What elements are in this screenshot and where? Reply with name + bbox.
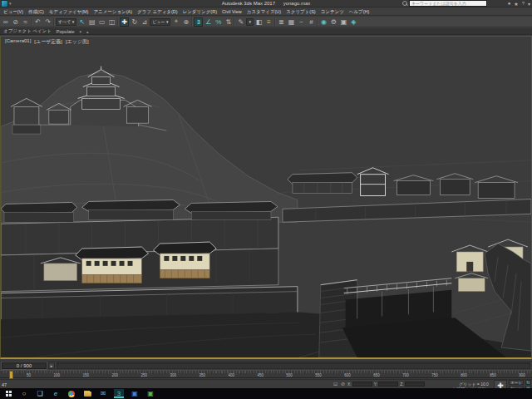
select-and-link-icon[interactable]: ∞ [1,17,10,27]
windows-taskbar: ○ ❏ e ✉ 3 ▣ ▣ [0,388,532,399]
schematic-view-icon[interactable]: # [307,17,316,27]
menu-item[interactable]: コンテンツ [318,9,347,15]
sign-in-icon[interactable]: ● [508,1,511,7]
ribbon-collapse-icon[interactable]: ▴ [86,29,89,34]
bind-to-space-warp-icon[interactable]: ≈ [21,17,30,27]
green-app-icon[interactable]: ▣ [145,389,155,398]
render-production-icon[interactable]: ◈ [349,17,358,27]
toolbar-separator[interactable] [117,17,119,27]
ribbon-tab-object-paint[interactable]: オブジェクト ペイント [3,28,52,34]
photos-icon[interactable]: ▣ [130,389,140,398]
auto-key-button[interactable]: オート [509,380,524,385]
toolbar-separator[interactable] [317,17,318,27]
chrome-icon[interactable] [66,389,76,398]
trackbar-labels: 5010015020025030035040045050055060065070… [28,373,527,377]
3dsmax-taskbar-icon[interactable]: 3 [114,389,124,398]
open-file-name: yonago.max [283,1,311,6]
toolbar-separator[interactable] [31,17,32,27]
select-and-move-icon[interactable]: ✚ [120,17,129,27]
start-button[interactable] [3,389,13,398]
viewport-shading-label[interactable]: [エッジ面] [66,38,89,46]
menu-item[interactable]: カスタマイズ(U) [244,9,283,15]
orbit-icon[interactable]: ↻ [525,380,531,385]
reference-coordinate-dropdown[interactable]: ビュー ▾ [150,18,170,26]
curve-editor-icon[interactable]: ~ [297,17,306,27]
x-field[interactable] [352,382,372,387]
cortana-icon[interactable]: ○ [19,389,29,398]
frame-tick-label: 200 [111,373,118,377]
select-and-manipulate-icon[interactable]: ⊕ [181,17,190,27]
search-icon[interactable] [402,1,407,6]
ridge-long-house [288,173,357,194]
viewport-3d-scene[interactable] [1,37,531,357]
layer-manager-icon[interactable]: ≣ [277,17,286,27]
frame-tick-label: 450 [257,373,264,377]
named-selection-dropdown[interactable]: ▾ [246,18,254,26]
snaps-toggle-icon[interactable]: 3 [194,17,203,27]
select-by-name-icon[interactable]: ▤ [87,17,96,27]
percent-snap-icon[interactable]: % [214,17,223,27]
ribbon-tab-populate[interactable]: Populate [57,29,75,34]
isolate-selection-icon[interactable]: ⊡ [332,381,338,387]
menu-item[interactable]: グラフ エディタ(D) [135,9,180,15]
camera-viewport[interactable]: [Camera01] [ユーザ定義] [エッジ面] [0,36,532,359]
render-setup-icon[interactable]: ⚙ [329,17,338,27]
viewport-style-label[interactable]: [ユーザ定義] [34,38,62,46]
align-icon[interactable]: ≡ [264,17,273,27]
y-field[interactable] [378,382,398,387]
selection-region-icon[interactable]: ▭ [97,17,106,27]
selection-filter-dropdown[interactable]: すべて ▾ [56,18,76,26]
toolbar-separator[interactable] [53,17,55,27]
redo-icon[interactable]: ↷ [43,17,52,27]
unlink-selection-icon[interactable]: ⊘ [11,17,20,27]
menu-item[interactable]: ビュー(V) [1,9,26,15]
undo-icon[interactable]: ↶ [33,17,42,27]
next-frame-button[interactable]: ▸ [48,362,55,369]
menu-item[interactable]: Civil View [219,9,244,14]
y-label: Y: [374,382,377,387]
mirror-icon[interactable]: ◧ [254,17,264,27]
3dsmax-logo-icon[interactable] [2,1,7,7]
help-icon[interactable]: ? [522,1,525,7]
ribbon-dropdown-icon[interactable]: ▾ [80,29,82,34]
edge-icon[interactable]: e [51,389,61,398]
selection-lock-icon[interactable]: ⊘ [340,381,346,387]
menu-item[interactable]: レンダリング(R) [180,9,219,15]
track-bar[interactable]: 5010015020025030035040045050055060065070… [0,370,532,378]
select-and-scale-icon[interactable]: ⊿ [140,17,149,27]
select-and-rotate-icon[interactable]: ↻ [130,17,139,27]
toolbar-separator[interactable] [191,17,193,27]
rendered-frame-icon[interactable]: ▣ [339,17,348,27]
current-frame-marker[interactable] [10,372,12,378]
viewport-camera-label[interactable]: [Camera01] [5,38,31,46]
use-pivot-point-icon[interactable]: ⌖ [171,17,180,27]
menu-item[interactable]: スクリプト(S) [283,9,318,15]
window-crossing-icon[interactable]: ◫ [107,17,116,27]
spinner-snap-icon[interactable]: ⇅ [224,17,233,27]
y-coordinate: Y: [374,382,398,387]
select-object-icon[interactable]: ↖ [77,17,86,27]
toolbar-separator[interactable] [274,17,276,27]
z-label: Z: [400,382,403,387]
menu-item[interactable]: アニメーション(A) [91,9,135,15]
menu-item[interactable]: モディファイヤ(M) [47,9,91,15]
menu-item[interactable]: 作成(C) [26,9,47,15]
viewport-label: [Camera01] [ユーザ定義] [エッジ面] [5,38,89,46]
file-explorer-icon[interactable] [82,389,92,398]
edit-named-selections-icon[interactable]: ✎ [236,17,245,27]
menu-item[interactable]: ヘルプ(H) [347,9,372,15]
favorites-star-icon[interactable]: ★ [514,1,518,7]
time-slider-track[interactable] [57,362,530,369]
qat-dropdown-icon[interactable]: ▾ [9,1,12,6]
z-field[interactable] [405,382,425,387]
graphite-ribbon-icon[interactable]: ▦ [287,17,296,27]
toolbar-separator[interactable] [234,17,235,27]
mail-icon[interactable]: ✉ [98,389,108,398]
search-input[interactable] [409,0,487,7]
material-editor-icon[interactable]: ◉ [319,17,328,27]
time-slider-handle[interactable]: 0 / 900 [2,362,47,369]
angle-snap-icon[interactable]: ∠ [204,17,213,27]
task-view-icon[interactable]: ❏ [35,389,45,398]
maxscript-mini-listener[interactable]: 47 [2,382,7,387]
titlebar-menu-icon[interactable]: ▾ [528,1,530,7]
